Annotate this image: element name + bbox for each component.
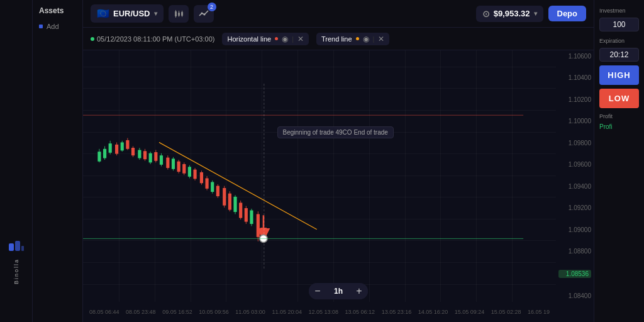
svg-rect-63	[233, 197, 236, 212]
svg-rect-53	[205, 178, 208, 188]
price-1096: 1.09600	[558, 161, 591, 168]
chart-type-button[interactable]	[169, 5, 189, 23]
svg-rect-17	[103, 149, 106, 158]
svg-rect-61	[228, 194, 231, 210]
svg-rect-2	[21, 246, 24, 251]
trend-line-tool[interactable]: Trend line ◉ | ✕	[316, 33, 389, 45]
currency-pair-label: EUR/USD	[113, 9, 150, 18]
wallet-icon: ⊙	[482, 9, 490, 19]
candlestick-icon	[174, 9, 184, 18]
timeframe-label: 1h	[326, 287, 350, 296]
svg-rect-55	[211, 182, 214, 192]
trend-line-delete-icon[interactable]: ✕	[378, 35, 384, 43]
binolla-text: Binolla	[13, 258, 19, 284]
assets-title: Assets	[33, 6, 82, 20]
balance-display[interactable]: ⊙ $9,953.32 ▾	[476, 6, 543, 22]
time-6: 11.05 20:04	[272, 309, 302, 315]
top-bar: 🇪🇺 EUR/USD ▾ 2	[83, 0, 594, 28]
price-1090: 1.09000	[558, 226, 591, 233]
svg-rect-31	[143, 151, 147, 159]
svg-rect-67	[245, 208, 248, 222]
svg-rect-49	[193, 170, 196, 179]
indicators-button[interactable]: 2	[194, 5, 214, 23]
expiration-input[interactable]	[599, 48, 639, 62]
svg-rect-1	[15, 241, 20, 251]
left-sidebar: Binolla	[0, 0, 33, 322]
svg-rect-59	[223, 188, 226, 206]
deposit-button[interactable]: Depo	[548, 6, 587, 21]
chevron-down-icon: ▾	[154, 10, 157, 17]
balance-amount: $9,953.32	[494, 9, 530, 18]
profit-label: Profit	[599, 113, 639, 119]
price-axis: 1.10600 1.10400 1.10200 1.10000 1.09800 …	[556, 50, 594, 302]
zoom-in-button[interactable]: +	[350, 283, 368, 299]
price-1102: 1.10200	[558, 96, 591, 103]
svg-rect-35	[154, 152, 157, 161]
time-12: 15.05 02:28	[491, 309, 521, 315]
price-1106: 1.10600	[558, 53, 591, 60]
svg-rect-6	[178, 13, 180, 16]
investment-input[interactable]	[599, 18, 639, 31]
svg-rect-71	[257, 214, 260, 237]
svg-rect-23	[121, 142, 124, 150]
tooltip-text: Beginning of trade 49CO End of trade	[283, 129, 388, 136]
timeframe-controls: − 1h +	[309, 283, 368, 299]
horizontal-line-color	[275, 37, 278, 40]
svg-rect-33	[149, 153, 152, 163]
zoom-out-button[interactable]: −	[309, 283, 326, 299]
date-time-label: 05/12/2023 08:11:00 PM (UTC+03:00)	[97, 35, 214, 43]
high-button[interactable]: HIGH	[599, 65, 639, 85]
add-asset-button[interactable]: Add	[33, 20, 82, 33]
svg-point-12	[201, 12, 203, 14]
time-2: 08.05 23:48	[126, 309, 156, 315]
add-dot-icon	[39, 25, 43, 28]
trade-tooltip: Beginning of trade 49CO End of trade	[277, 126, 394, 138]
price-1084: 1.08400	[558, 292, 591, 299]
svg-rect-69	[250, 210, 253, 224]
assets-panel: Assets Add	[33, 0, 83, 322]
flag-icon: 🇪🇺	[97, 8, 109, 19]
time-7: 12.05 13:08	[308, 309, 338, 315]
svg-rect-41	[172, 158, 175, 169]
svg-rect-37	[160, 155, 163, 165]
time-13: 16.05 19	[528, 309, 550, 315]
time-5: 11.05 03:00	[235, 309, 265, 315]
svg-rect-43	[177, 162, 180, 172]
indicator-badge: 2	[208, 3, 216, 11]
trend-eye-icon[interactable]: ◉	[363, 35, 369, 43]
svg-rect-0	[9, 243, 14, 251]
horizontal-line-label: Horizontal line	[227, 35, 271, 43]
time-10: 14.05 16:20	[418, 309, 448, 315]
svg-rect-29	[138, 150, 141, 158]
eye-icon[interactable]: ◉	[282, 35, 288, 43]
svg-rect-21	[115, 145, 118, 154]
horizontal-line-delete-icon[interactable]: ✕	[297, 35, 304, 43]
price-1098: 1.09800	[558, 140, 591, 147]
time-4: 10.05 09:56	[199, 309, 229, 315]
time-11: 15.05 09:24	[455, 309, 485, 315]
profit-value: Profi	[599, 123, 639, 130]
horizontal-line-tool[interactable]: Horizontal line ◉ | ✕	[222, 33, 309, 45]
svg-rect-45	[182, 164, 186, 174]
binolla-logo: Binolla	[8, 238, 25, 284]
live-indicator	[91, 37, 94, 41]
price-1092: 1.09200	[558, 204, 591, 211]
svg-rect-57	[216, 186, 219, 196]
expiration-label: Expiration	[599, 38, 639, 44]
svg-rect-9	[181, 12, 183, 16]
time-3: 09.05 16:52	[162, 309, 192, 315]
binolla-icon	[8, 238, 25, 256]
low-button[interactable]: LOW	[599, 89, 639, 108]
currency-selector[interactable]: 🇪🇺 EUR/USD ▾	[91, 4, 164, 23]
svg-rect-65	[239, 203, 242, 218]
current-price-label: 1.08536	[558, 270, 591, 278]
trend-line-label: Trend line	[321, 35, 352, 43]
chart-toolbar: 05/12/2023 08:11:00 PM (UTC+03:00) Horiz…	[83, 28, 594, 50]
trend-line-color	[356, 37, 359, 40]
svg-point-13	[203, 13, 205, 15]
svg-rect-27	[131, 148, 135, 155]
time-8: 13.05 06:12	[345, 309, 375, 315]
time-1: 08.05 06:44	[89, 309, 119, 315]
balance-chevron-icon: ▾	[534, 10, 537, 17]
price-1088: 1.08800	[558, 248, 591, 255]
